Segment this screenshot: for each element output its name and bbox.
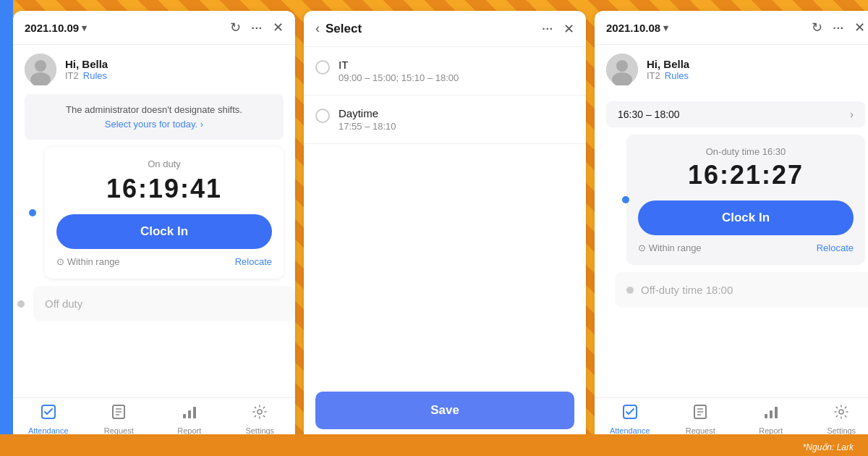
svg-point-13 [616,60,628,72]
middle-panel-header: ‹ Select ··· ✕ [304,11,586,47]
right-request-icon [692,404,708,424]
nav-settings[interactable]: Settings [225,404,296,435]
right-relocate-link[interactable]: Relocate [817,242,854,253]
save-button[interactable]: Save [315,392,574,429]
left-user-info: Hi, Bella IT2 Rules [65,58,108,81]
right-clock-in-button[interactable]: Clock In [638,200,854,235]
right-date-title[interactable]: 2021.10.08 ▾ [606,22,668,34]
left-panel: 2021.10.09 ▾ ↻ ··· ✕ Hi, Bella IT2 [13,11,295,438]
left-bottom-nav: Attendance Request Report Settings [13,397,295,438]
left-user-name: Hi, Bella [65,58,108,70]
chevron-down-icon: ▾ [82,22,87,33]
right-attendance-icon [622,404,638,424]
right-close-icon[interactable]: ✕ [854,21,865,34]
right-user-row: Hi, Bella IT2 Rules [595,45,868,94]
left-user-group: IT2 [65,70,79,81]
right-settings-icon [833,404,849,424]
on-duty-card: On duty 16:19:41 Clock In ⊙ Within range… [45,147,284,279]
orange-bottom-bar [0,434,868,456]
off-duty-card: Off duty [33,286,295,321]
right-on-duty-panel: On-duty time 16:30 16:21:27 Clock In ⊙ W… [626,135,865,265]
nav-attendance[interactable]: Attendance [13,404,84,435]
save-button-wrapper: Save [304,383,586,438]
option-it-content: IT 09:00 – 15:00; 15:10 – 18:00 [339,59,459,83]
on-duty-dot [29,209,36,216]
more-options-icon[interactable]: ··· [251,22,263,33]
svg-rect-22 [775,407,778,418]
location-icon: ⊙ [56,256,64,267]
right-rules-link[interactable]: Rules [665,70,689,81]
admin-notice: The administrator doesn't designate shif… [25,94,284,140]
right-user-sub: IT2 Rules [647,70,689,81]
right-on-duty-dot [622,196,629,203]
option-it-name: IT [339,59,459,71]
refresh-icon[interactable]: ↻ [230,21,241,34]
middle-panel: ‹ Select ··· ✕ IT 09:00 – 15:00; 15:10 –… [304,11,586,438]
clock-in-button[interactable]: Clock In [56,214,272,249]
relocate-link[interactable]: Relocate [235,256,272,267]
close-icon[interactable]: ✕ [273,21,284,34]
right-chevron-icon: ▾ [663,22,668,33]
on-duty-label: On duty [56,159,272,169]
left-user-row: Hi, Bella IT2 Rules [13,45,295,94]
right-bottom-nav: Attendance Request Report Settings [595,397,868,438]
right-more-icon[interactable]: ··· [833,22,844,33]
right-avatar [606,54,638,85]
right-on-duty-time: 16:21:27 [638,160,854,190]
right-duty-section: On-duty time 16:30 16:21:27 Clock In ⊙ W… [615,135,868,308]
select-header-left: ‹ Select [315,21,362,36]
right-user-group: IT2 [647,70,660,81]
right-nav-attendance[interactable]: Attendance [595,404,665,435]
radio-daytime[interactable] [315,109,330,123]
left-rules-link[interactable]: Rules [83,70,107,81]
right-nav-request[interactable]: Request [665,404,736,435]
report-icon [182,404,197,424]
svg-rect-9 [188,410,191,418]
right-nav-settings[interactable]: Settings [807,404,869,435]
shift-time-text: 16:30 – 18:00 [618,109,680,120]
right-nav-report[interactable]: Report [736,404,807,435]
option-it[interactable]: IT 09:00 – 15:00; 15:10 – 18:00 [304,47,586,96]
nav-request[interactable]: Request [84,404,155,435]
source-attribution: *Nguồn: Lark [803,442,854,452]
svg-rect-10 [193,407,196,418]
right-on-duty-label: On-duty time 16:30 [638,146,854,157]
left-header-icons: ↻ ··· ✕ [230,21,284,34]
left-date-title[interactable]: 2021.10.09 ▾ [25,22,87,34]
left-panel-header: 2021.10.09 ▾ ↻ ··· ✕ [13,11,295,45]
middle-header-icons: ··· ✕ [542,22,574,35]
link-arrow: › [200,119,203,130]
middle-close-icon[interactable]: ✕ [563,22,574,35]
blue-border [0,0,13,434]
option-daytime-content: Daytime 17:55 – 18:10 [339,107,396,132]
right-off-duty-row: Off-duty time 18:00 [615,272,868,308]
attendance-icon [41,404,56,424]
right-refresh-icon[interactable]: ↻ [812,21,822,34]
left-date: 2021.10.09 [25,22,79,34]
svg-rect-20 [765,414,767,418]
panels-container: 2021.10.09 ▾ ↻ ··· ✕ Hi, Bella IT2 [13,11,868,438]
nav-report[interactable]: Report [154,404,225,435]
svg-point-23 [839,410,843,414]
select-shifts-link[interactable]: Select yours for today. › [105,119,203,130]
svg-point-11 [258,410,262,414]
option-it-time: 09:00 – 15:00; 15:10 – 18:00 [339,72,459,83]
location-text: ⊙ Within range [56,256,120,267]
svg-point-1 [35,60,46,72]
radio-it[interactable] [315,60,330,75]
left-user-sub: IT2 Rules [65,70,108,81]
avatar-svg [25,54,56,85]
back-arrow-icon[interactable]: ‹ [315,21,320,36]
option-daytime[interactable]: Daytime 17:55 – 18:10 [304,96,586,144]
right-user-name: Hi, Bella [647,58,689,70]
on-duty-time: 16:19:41 [56,174,272,204]
right-location-text: ⊙ Within range [638,242,702,253]
right-location-icon: ⊙ [638,242,646,253]
on-duty-footer: ⊙ Within range Relocate [56,256,272,267]
middle-more-icon[interactable]: ··· [542,23,553,34]
settings-icon [252,404,268,424]
right-panel: 2021.10.08 ▾ ↻ ··· ✕ Hi, Bella IT2 [595,11,868,438]
shift-time-row[interactable]: 16:30 – 18:00 › [606,101,865,127]
option-daytime-time: 17:55 – 18:10 [339,121,396,132]
select-title: Select [326,22,362,36]
